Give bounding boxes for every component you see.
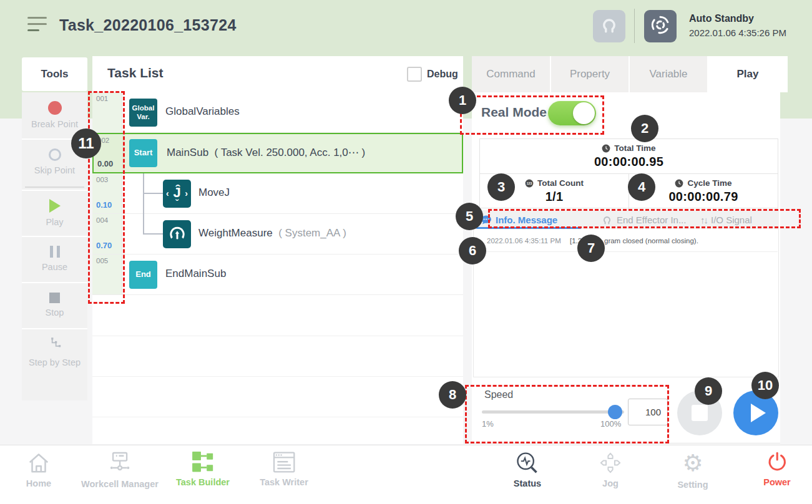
count-icon: 123 [525,179,534,188]
total-count-value: 1/1 [545,190,564,204]
robot-state-label: Auto Standby [689,13,754,24]
annotation-badge-9: 9 [695,377,722,405]
page-title: Task_20220106_153724 [59,16,237,34]
task-list-title: Task List [107,65,163,80]
nav-status[interactable]: Status [514,450,541,488]
robot-mode-button[interactable] [644,10,677,42]
clock-icon [602,144,610,153]
annotation-badge-5: 5 [456,203,483,230]
gripper-icon [599,14,620,38]
total-time-value: 00:00:00.95 [594,155,663,169]
task-row-endmainsub[interactable]: 005 End EndMainSub [92,254,463,295]
nav-home[interactable]: Home [26,450,52,488]
debug-label: Debug [427,69,458,80]
end-effector-header-button[interactable] [593,10,625,42]
step-by-step-icon [47,337,63,353]
robot-state-timestamp: 2022.01.06 4:35:26 PM [689,27,786,38]
home-icon [26,450,52,475]
pause-icon [50,246,60,258]
command-name: EndMainSub [165,268,226,280]
jog-dpad-icon [597,450,624,475]
annotation-badge-6: 6 [459,237,486,264]
play-triangle-icon [751,404,766,422]
annotation-box-real-mode [460,95,604,135]
command-name: MoveJ [198,187,230,199]
pause-tool-button[interactable]: Pause [22,236,87,281]
task-row-globalvariables[interactable]: 001 GlobalVar. GlobalVariables [92,92,463,133]
annotation-box-line-numbers [88,91,125,304]
clock-icon [675,179,683,188]
teach-pendant-screen: Task_20220106_153724 Auto Standby 2022.0… [0,0,812,504]
tab-property[interactable]: Property [551,56,629,92]
nav-jog[interactable]: Jog [597,450,624,488]
workcell-manager-icon [106,450,134,476]
annotation-badge-7: 7 [577,235,605,262]
cycle-time-value: 00:00:00.79 [668,190,738,204]
step-by-step-button[interactable]: Step by Step [22,328,87,374]
tab-play[interactable]: Play [708,56,788,92]
log-message: gram closed (normal closing). [604,237,698,245]
annotation-badge-3: 3 [487,173,515,201]
nav-task-builder[interactable]: Task Builder [176,450,230,487]
annotation-badge-1: 1 [449,87,476,114]
tab-variable[interactable]: Variable [630,56,707,92]
command-name: GlobalVariables [165,105,240,118]
annotation-badge-8: 8 [439,381,466,409]
movej-icon: Ĵ‹›ˇ [163,180,191,208]
task-row-mainsub-selected[interactable]: 002 0.00 Start MainSub ( Task Vel. 250.0… [92,133,463,173]
break-point-icon [48,101,62,115]
debug-checkbox[interactable] [407,67,422,82]
nav-workcell-manager[interactable]: Workcell Manager [81,450,159,489]
command-name: WeightMeasure ( System_AA ) [198,227,346,240]
start-badge: Start [129,139,157,167]
annotation-box-speed [465,385,669,443]
nav-setting[interactable]: ⚙ Setting [677,450,708,490]
annotation-badge-4: 4 [628,173,655,201]
tree-connector [143,173,144,235]
log-timestamp: 2022.01.06 4:35:11 PM [487,237,561,245]
execution-stats-table: Total Time 00:00:00.95 123 Total Count 1… [479,138,778,208]
power-icon [765,450,790,474]
end-badge: End [129,261,157,289]
tab-command[interactable]: Command [472,56,550,92]
command-name: MainSub ( Task Vel. 250.000, Acc. 1,0⋯ ) [167,146,365,159]
tools-panel-title: Tools [22,57,87,91]
stop-square-icon [692,405,708,421]
hamburger-menu-icon[interactable] [27,16,47,33]
task-writer-icon [271,450,296,474]
tree-connector [143,233,163,235]
gear-icon: ⚙ [682,450,703,477]
tree-connector [143,193,163,194]
annotation-badge-10: 10 [751,372,779,399]
annotation-badge-11: 11 [71,128,101,158]
stop-tool-button[interactable]: Stop [22,282,87,327]
tools-divider [25,187,84,188]
status-icon [514,450,541,475]
log-row-divider [474,251,778,252]
play-tool-button[interactable]: Play [22,190,87,235]
weightmeasure-icon [163,220,191,248]
skip-point-icon [49,148,61,161]
play-icon [49,199,61,213]
global-var-badge: GlobalVar. [129,99,157,127]
nav-task-writer[interactable]: Task Writer [260,450,308,487]
nav-power[interactable]: Power [763,450,791,487]
total-time-cell: Total Time 00:00:00.95 [480,139,778,173]
auto-mode-swirl-icon [649,14,672,39]
annotation-box-message-tabs [488,209,801,228]
annotation-badge-2: 2 [631,115,658,142]
task-builder-icon [190,450,215,474]
stop-icon [49,293,60,303]
svg-text:123: 123 [527,182,532,185]
header-divider [634,9,635,43]
